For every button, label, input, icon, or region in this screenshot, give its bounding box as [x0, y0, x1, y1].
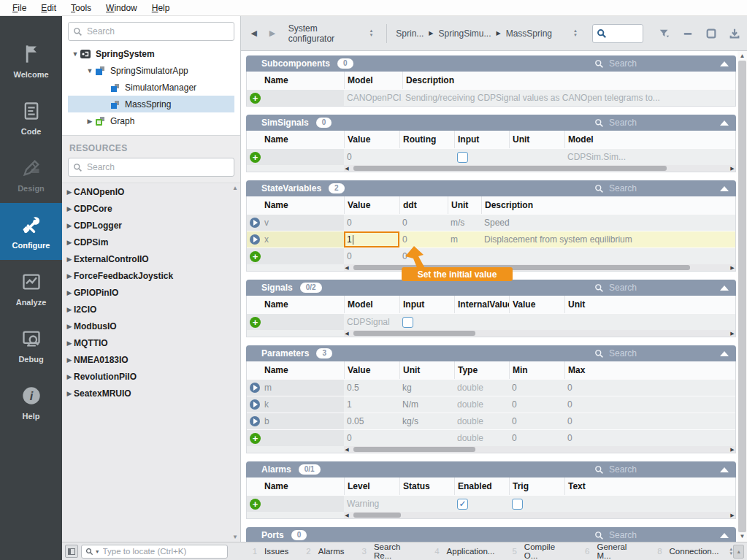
tree-expander-icon[interactable]: ▶ [65, 272, 74, 280]
tree-item-massspring[interactable]: MassSpring [68, 96, 234, 112]
tree-expander-icon[interactable]: ▶ [65, 356, 74, 364]
status-panel-connection[interactable]: 8Connection... [648, 545, 727, 558]
menu-item-edit[interactable]: Edit [34, 1, 63, 15]
section-search-input[interactable] [609, 183, 675, 193]
checkbox-input[interactable] [457, 152, 468, 163]
table-cell[interactable]: 0 [564, 396, 735, 413]
menu-item-file[interactable]: File [6, 1, 33, 15]
table-cell[interactable]: double [454, 380, 509, 396]
scroll-down-icon[interactable]: ▼ [738, 532, 747, 541]
resource-item-cdpsim[interactable]: ▶CDPSim [62, 234, 240, 250]
tree-expander-icon[interactable]: ▶ [65, 373, 74, 380]
collapse-section-icon[interactable] [720, 186, 729, 191]
resource-item-i2cio[interactable]: ▶I2CIO [62, 301, 240, 318]
scrollbar-thumb[interactable] [353, 513, 400, 518]
table-cell[interactable]: 1 [344, 396, 399, 413]
section-search[interactable] [594, 530, 675, 540]
scroll-right-icon[interactable]: ▶ [729, 330, 735, 337]
minimize-icon[interactable] [681, 27, 694, 40]
table-cell[interactable]: double [454, 396, 509, 413]
table-cell[interactable]: 0 [344, 215, 399, 231]
scroll-down-icon[interactable]: ▼ [232, 534, 238, 540]
tree-expander-icon[interactable]: ▶ [85, 118, 94, 125]
scroll-left-icon[interactable]: ◀ [344, 264, 350, 271]
view-selector[interactable]: System configurator ▲▼ [284, 20, 378, 47]
scrollbar-thumb[interactable] [738, 61, 746, 532]
section-header[interactable]: StateVariables2 [246, 180, 736, 196]
table-cell[interactable]: 0 [509, 413, 564, 429]
section-search[interactable] [594, 183, 675, 193]
table-cell[interactable]: 0 [509, 380, 564, 396]
add-row-button[interactable]: + [250, 152, 261, 163]
panel-collapse-button[interactable]: ▲ [733, 545, 744, 559]
detach-icon[interactable] [728, 27, 741, 40]
scroll-left-icon[interactable]: ◀ [344, 512, 350, 518]
tree-expander-icon[interactable]: ▼ [71, 50, 80, 58]
sidebar-item-analyze[interactable]: Analyze [0, 260, 62, 317]
tree-expander-icon[interactable]: ▶ [65, 390, 74, 397]
section-search[interactable] [594, 348, 675, 358]
sidebar-item-debug[interactable]: Debug [0, 317, 62, 374]
section-search[interactable] [594, 464, 675, 475]
tree-item-springsimulatorapp[interactable]: ▼SpringSimulatorApp [68, 62, 234, 79]
breadcrumb-segment[interactable]: MassSpring [506, 28, 552, 39]
status-panel-alarms[interactable]: 2Alarms [297, 545, 353, 558]
tree-item-simulatormanager[interactable]: SimulatorManager [68, 79, 234, 96]
tree-expander-icon[interactable]: ▶ [65, 205, 74, 212]
status-panel-search-re[interactable]: 3Search Re... [353, 542, 426, 560]
toolbar-search[interactable] [592, 24, 643, 43]
scrollbar-thumb[interactable] [353, 447, 475, 452]
add-row-button[interactable]: + [250, 317, 261, 328]
horizontal-scrollbar[interactable]: ◀▶ [247, 446, 735, 453]
scroll-up-icon[interactable]: ▲ [232, 185, 238, 191]
scroll-left-icon[interactable]: ◀ [344, 446, 350, 453]
table-cell[interactable]: 0 [564, 413, 735, 429]
checkbox-enabled[interactable]: ✓ [457, 499, 468, 510]
expand-row-button[interactable] [250, 218, 260, 228]
table-cell[interactable]: m/s [448, 215, 481, 231]
locate-box[interactable]: ▼ [81, 545, 228, 559]
breadcrumb-segment[interactable]: SpringSimu... [439, 28, 491, 39]
tree-expander-icon[interactable]: ▶ [65, 340, 74, 347]
table-cell[interactable]: m [448, 231, 481, 248]
horizontal-scrollbar[interactable]: ◀▶ [247, 512, 735, 518]
maximize-icon[interactable] [705, 27, 718, 40]
sidebar-item-welcome[interactable]: Welcome [0, 32, 62, 89]
toolbar-search-input[interactable] [607, 28, 636, 39]
resources-search-input[interactable] [87, 162, 229, 172]
resource-item-modbusio[interactable]: ▶ModbusIO [62, 318, 240, 334]
section-search-input[interactable] [609, 348, 675, 358]
table-cell[interactable]: Displacement from system equilibrium [481, 231, 735, 248]
section-header[interactable]: Alarms0/1 [246, 461, 736, 477]
table-cell[interactable]: 0 [399, 215, 448, 231]
collapse-section-icon[interactable] [720, 285, 729, 291]
resource-item-seatexmruio[interactable]: ▶SeatexMRUIO [62, 385, 240, 402]
tree-expander-icon[interactable]: ▶ [65, 239, 74, 246]
add-row-button[interactable]: + [250, 499, 261, 510]
section-search-input[interactable] [609, 464, 675, 475]
section-header[interactable]: Ports0 [246, 527, 736, 542]
table-cell[interactable]: 0 [399, 231, 448, 248]
scroll-right-icon[interactable]: ▶ [729, 165, 735, 172]
section-search[interactable] [594, 283, 675, 293]
table-cell[interactable]: double [454, 413, 509, 429]
forward-button[interactable]: ▶ [265, 28, 279, 38]
tree-expander-icon[interactable]: ▶ [65, 323, 74, 330]
scroll-left-icon[interactable]: ◀ [344, 165, 350, 172]
add-row-button[interactable]: + [250, 93, 261, 104]
table-cell[interactable]: 0.5 [344, 380, 399, 396]
table-cell[interactable]: 0 [564, 380, 735, 396]
add-row-button[interactable]: + [250, 433, 261, 444]
scrollbar-track[interactable]: ◀▶ [344, 446, 735, 453]
sidebar-item-configure[interactable]: Configure [0, 203, 62, 260]
menu-item-window[interactable]: Window [99, 1, 144, 15]
tree-expander-icon[interactable]: ▶ [65, 306, 74, 313]
expand-row-button[interactable] [250, 234, 260, 245]
tree-expander-icon[interactable]: ▶ [65, 222, 74, 229]
scroll-right-icon[interactable]: ▶ [729, 512, 735, 518]
table-cell[interactable]: N/m [399, 396, 454, 413]
tree-item-graph[interactable]: ▶Graph [68, 112, 234, 129]
horizontal-scrollbar[interactable]: ◀▶ [247, 165, 735, 172]
scrollbar-track[interactable]: ◀▶ [344, 165, 735, 172]
collapse-section-icon[interactable] [720, 467, 729, 472]
